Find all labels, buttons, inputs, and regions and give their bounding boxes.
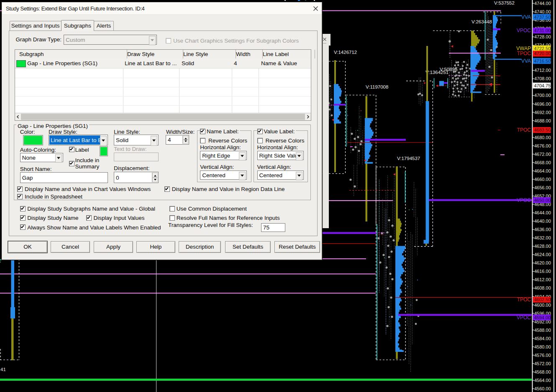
svg-text:4616.00: 4616.00: [534, 269, 551, 274]
svg-text:4632.00: 4632.00: [534, 235, 551, 240]
svg-text:TPOC: TPOC: [517, 127, 531, 133]
svg-text:4696.00: 4696.00: [534, 102, 551, 107]
svg-text:4672.00: 4672.00: [534, 152, 551, 157]
svg-text:4676.00: 4676.00: [534, 143, 551, 148]
svg-text:4716.50: 4716.50: [534, 59, 551, 64]
svg-text:4650.00: 4650.00: [534, 198, 551, 203]
svg-text:4660.00: 4660.00: [534, 177, 551, 182]
svg-text:VPOC: VPOC: [517, 28, 531, 33]
svg-text:4700.00: 4700.00: [534, 93, 551, 98]
svg-text:4680.00: 4680.00: [534, 135, 551, 140]
svg-text:4584.00: 4584.00: [534, 336, 551, 341]
svg-text:4728.00: 4728.00: [534, 34, 551, 39]
svg-text:V:537552: V:537552: [494, 0, 515, 5]
svg-text:4683.50: 4683.50: [534, 127, 551, 132]
svg-text:4600.00: 4600.00: [534, 303, 551, 308]
svg-text:4712.00: 4712.00: [534, 68, 551, 73]
svg-text:4612.00: 4612.00: [534, 277, 551, 282]
svg-text:V:263448: V:263448: [471, 19, 492, 24]
svg-text:4640.00: 4640.00: [534, 219, 551, 224]
svg-text:4602.50: 4602.50: [534, 297, 551, 302]
svg-text:4594.00: 4594.00: [534, 315, 551, 320]
svg-text:4704.75: 4704.75: [534, 83, 551, 88]
svg-text:4624.00: 4624.00: [534, 252, 551, 257]
svg-text:4740.00: 4740.00: [534, 9, 551, 14]
svg-text:4636.00: 4636.00: [534, 227, 551, 232]
svg-text:4656.00: 4656.00: [534, 185, 551, 190]
svg-text:4708.00: 4708.00: [534, 76, 551, 81]
svg-text:4572.00: 4572.00: [534, 361, 551, 366]
svg-text:4628.00: 4628.00: [534, 244, 551, 249]
svg-text:4560.00: 4560.00: [534, 386, 551, 391]
svg-text:4692.00: 4692.00: [534, 110, 551, 115]
svg-text:4744.00: 4744.00: [534, 1, 551, 6]
svg-text:4731.00: 4731.00: [534, 28, 551, 33]
svg-text:4722.50: 4722.50: [534, 46, 551, 51]
svg-text:V:1197008: V:1197008: [366, 84, 388, 89]
svg-text:4720.00: 4720.00: [534, 51, 551, 56]
svg-text:41: 41: [0, 367, 6, 372]
svg-text:V:1794537: V:1794537: [397, 156, 420, 161]
svg-text:4576.00: 4576.00: [534, 353, 551, 358]
svg-text:4580.00: 4580.00: [534, 344, 551, 349]
svg-text:4668.00: 4668.00: [534, 160, 551, 165]
svg-text:VVA: VVA: [521, 14, 531, 20]
svg-text:4608.00: 4608.00: [534, 285, 551, 290]
svg-text:VPOC: VPOC: [517, 315, 531, 321]
svg-text:4688.00: 4688.00: [534, 118, 551, 123]
svg-text:4588.00: 4588.00: [534, 328, 551, 333]
svg-text:VPOC: VPOC: [517, 197, 531, 203]
svg-text:4644.00: 4644.00: [534, 210, 551, 215]
svg-text:4737.50: 4737.50: [534, 15, 551, 20]
svg-text:TPOC: TPOC: [517, 51, 531, 56]
svg-text:4664.00: 4664.00: [534, 168, 551, 173]
svg-text:4620.00: 4620.00: [534, 260, 551, 265]
svg-text:VVA: VVA: [521, 58, 531, 64]
svg-text:4564.00: 4564.00: [534, 378, 551, 383]
svg-text:TPOC: TPOC: [517, 297, 531, 303]
svg-text:V:1426712: V:1426712: [334, 50, 357, 55]
svg-text:4568.00: 4568.00: [534, 369, 551, 374]
